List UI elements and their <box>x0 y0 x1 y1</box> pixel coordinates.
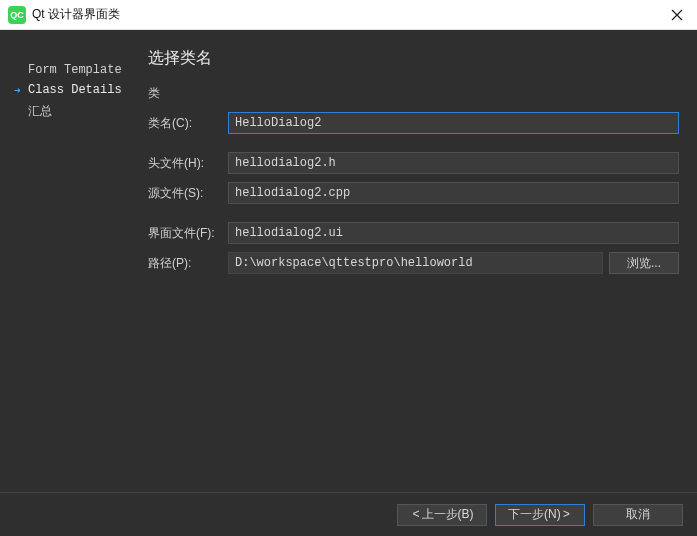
label-path: 路径(P): <box>148 255 228 272</box>
label-form-file: 界面文件(F): <box>148 225 228 242</box>
row-header-file: 头文件(H): <box>148 152 679 174</box>
app-icon: QC <box>8 6 26 24</box>
window-title: Qt 设计器界面类 <box>32 6 120 23</box>
chevron-left-icon: < <box>412 508 419 522</box>
row-class-name: 类名(C): <box>148 112 679 134</box>
back-button-label: 上一步(B) <box>422 506 474 523</box>
back-button[interactable]: < 上一步(B) <box>397 504 487 526</box>
chevron-right-icon: > <box>563 508 570 522</box>
cancel-button[interactable]: 取消 <box>593 504 683 526</box>
next-button[interactable]: 下一步(N) > <box>495 504 585 526</box>
main-pane: 选择类名 类 类名(C): 头文件(H): 源文件(S): 界面文件(F): 路… <box>140 30 697 492</box>
sidebar-item-label: Form Template <box>28 63 122 77</box>
input-source-file[interactable] <box>228 182 679 204</box>
input-path[interactable] <box>228 252 603 274</box>
input-class-name[interactable] <box>228 112 679 134</box>
window-body: Form Template ➜ Class Details 汇总 选择类名 类 … <box>0 30 697 536</box>
close-icon[interactable] <box>667 5 687 25</box>
next-button-label: 下一步(N) <box>508 506 561 523</box>
section-label: 类 <box>148 85 679 102</box>
page-heading: 选择类名 <box>148 48 679 69</box>
sidebar-item-label: Class Details <box>28 83 122 97</box>
input-form-file[interactable] <box>228 222 679 244</box>
titlebar: QC Qt 设计器界面类 <box>0 0 697 30</box>
row-path: 路径(P): 浏览... <box>148 252 679 274</box>
row-source-file: 源文件(S): <box>148 182 679 204</box>
browse-button[interactable]: 浏览... <box>609 252 679 274</box>
sidebar-item-form-template[interactable]: Form Template <box>14 60 140 80</box>
wizard-sidebar: Form Template ➜ Class Details 汇总 <box>0 30 140 492</box>
button-bar: < 上一步(B) 下一步(N) > 取消 <box>0 492 697 536</box>
content-area: Form Template ➜ Class Details 汇总 选择类名 类 … <box>0 30 697 492</box>
row-form-file: 界面文件(F): <box>148 222 679 244</box>
sidebar-item-class-details[interactable]: ➜ Class Details <box>14 80 140 100</box>
input-header-file[interactable] <box>228 152 679 174</box>
sidebar-item-label: 汇总 <box>28 103 52 120</box>
sidebar-item-summary[interactable]: 汇总 <box>14 100 140 123</box>
label-class-name: 类名(C): <box>148 115 228 132</box>
arrow-right-icon: ➜ <box>14 84 28 97</box>
label-header-file: 头文件(H): <box>148 155 228 172</box>
label-source-file: 源文件(S): <box>148 185 228 202</box>
